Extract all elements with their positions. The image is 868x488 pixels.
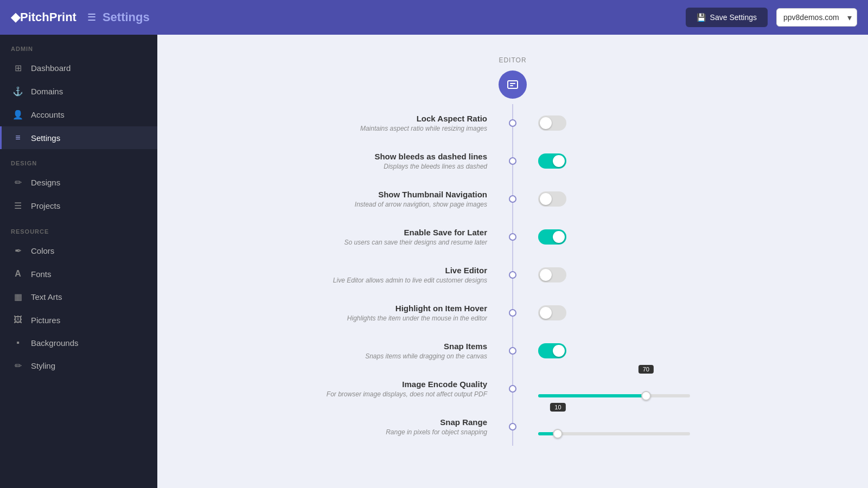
setting-row-show-bleeds: Show bleeds as dashed lines Displays the… [269,142,757,180]
toggle-thumb [553,155,565,167]
sidebar-item-label: Pictures [31,316,60,325]
image-quality-slider[interactable] [538,394,690,397]
slider-thumb [553,429,563,439]
backgrounds-icon: ▪ [12,338,23,348]
page-title: Settings [103,10,150,24]
snap-range-tooltip: 10 [550,403,565,412]
toggle-show-bleeds[interactable] [538,153,566,169]
sidebar-item-textarts[interactable]: ▦ Text Arts [0,285,157,309]
timeline-dot [509,385,516,393]
setting-row-thumbnail-nav: Show Thumbnail Navigation Instead of arr… [269,180,757,218]
settings-nav-icon: ≡ [12,133,23,143]
sidebar-item-styling[interactable]: ✏ Styling [0,354,157,377]
pencil-icon: ✏ [12,177,23,188]
dashboard-icon: ⊞ [12,63,23,73]
setting-right [516,229,757,245]
image-quality-tooltip: 70 [639,365,654,374]
toggle-snap-items[interactable] [538,343,566,358]
setting-desc: Range in pixels for object snapping [269,428,487,436]
image-quality-slider-wrapper: 70 [538,380,690,397]
sidebar-item-label: Domains [31,87,63,96]
setting-left: Snap Range Range in pixels for object sn… [269,418,509,436]
colors-icon: ✒ [12,246,23,256]
setting-left: Live Editor Live Editor allows admin to … [269,266,509,284]
setting-name: Image Encode Quality [269,380,487,389]
sidebar-item-accounts[interactable]: 👤 Accounts [0,103,157,126]
toggle-lock-aspect-ratio[interactable] [538,115,566,131]
styling-icon: ✏ [12,361,23,371]
toggle-thumb [540,117,552,129]
slider-thumb [641,391,651,401]
toggle-save-for-later[interactable] [538,229,566,245]
setting-row-live-editor: Live Editor Live Editor allows admin to … [269,256,757,294]
sidebar-item-label: Colors [31,246,54,255]
sidebar-item-label: Accounts [31,110,65,119]
setting-left: Lock Aspect Ratio Maintains aspect ratio… [269,114,509,132]
save-icon: 💾 [697,13,706,22]
setting-name: Show Thumbnail Navigation [269,190,487,199]
setting-desc: Instead of arrow navigtion, show page im… [269,201,487,208]
setting-left: Snap Items Snaps items while dragging on… [269,342,509,360]
timeline-dot [509,233,516,241]
svg-rect-0 [508,81,518,88]
sidebar-item-label: Dashboard [31,63,71,73]
timeline-dot [509,157,516,165]
setting-right: 10 [516,418,757,435]
setting-row-snap-items: Snap Items Snaps items while dragging on… [269,332,757,370]
setting-right [516,191,757,207]
domain-select[interactable]: ppv8demos.com [776,8,857,27]
setting-right [516,115,757,131]
editor-label: EDITOR [499,56,526,64]
toggle-thumb [553,345,565,357]
setting-row-highlight-hover: Highlight on Item Hover Highlights the i… [269,294,757,332]
settings-timeline: EDITOR Lock Aspect Ratio Maintains a [269,56,757,446]
main-content: EDITOR Lock Aspect Ratio Maintains a [157,35,868,488]
setting-desc: So users can save their designs and resu… [269,239,487,246]
setting-left: Highlight on Item Hover Highlights the i… [269,304,509,322]
sidebar-item-colors[interactable]: ✒ Colors [0,239,157,262]
topbar: ◆PitchPrint ☰ Settings 💾 Save Settings p… [0,0,868,35]
save-settings-button[interactable]: 💾 Save Settings [686,8,768,27]
sidebar: ADMIN ⊞ Dashboard ⚓ Domains 👤 Accounts ≡… [0,35,157,488]
editor-section: EDITOR [499,56,527,99]
sidebar-item-label: Styling [31,361,55,370]
svg-rect-2 [510,85,513,86]
sidebar-item-dashboard[interactable]: ⊞ Dashboard [0,56,157,80]
sidebar-item-domains[interactable]: ⚓ Domains [0,80,157,103]
admin-section-label: ADMIN [0,35,157,56]
sidebar-item-label: Fonts [31,269,52,279]
list-icon: ☰ [12,201,23,211]
sidebar-item-label: Backgrounds [31,338,79,348]
settings-icon: ☰ [87,11,96,23]
sidebar-item-designs[interactable]: ✏ Designs [0,171,157,194]
design-section-label: DESIGN [0,149,157,171]
sidebar-item-fonts[interactable]: A Fonts [0,262,157,285]
setting-name: Show bleeds as dashed lines [269,152,487,161]
toggle-thumbnail-nav[interactable] [538,191,566,207]
pitchprint-logo: ◆PitchPrint [11,10,76,24]
toggle-thumb [540,269,552,281]
setting-left: Show Thumbnail Navigation Instead of arr… [269,190,509,208]
snap-range-slider-wrapper: 10 [538,418,690,435]
setting-right [516,343,757,358]
sidebar-item-label: Projects [31,201,60,210]
setting-row-lock-aspect-ratio: Lock Aspect Ratio Maintains aspect ratio… [269,104,757,142]
resource-section-label: RESOURCE [0,217,157,239]
setting-name: Live Editor [269,266,487,275]
sidebar-item-pictures[interactable]: 🖼 Pictures [0,309,157,331]
sidebar-item-settings[interactable]: ≡ Settings [0,126,157,149]
toggle-thumb [540,307,552,319]
sidebar-item-backgrounds[interactable]: ▪ Backgrounds [0,331,157,354]
setting-name: Snap Range [269,418,487,427]
snap-range-slider[interactable] [538,432,690,435]
setting-row-image-quality: Image Encode Quality For browser image d… [269,370,757,408]
svg-rect-1 [510,83,515,84]
setting-name: Snap Items [269,342,487,351]
timeline-dot [509,195,516,203]
sidebar-item-projects[interactable]: ☰ Projects [0,194,157,217]
toggle-highlight-hover[interactable] [538,305,566,320]
toggle-live-editor[interactable] [538,267,566,282]
setting-desc: Displays the bleeds lines as dashed [269,163,487,170]
setting-desc: Maintains aspect ratio while resizing im… [269,125,487,132]
toggle-thumb [553,231,565,243]
